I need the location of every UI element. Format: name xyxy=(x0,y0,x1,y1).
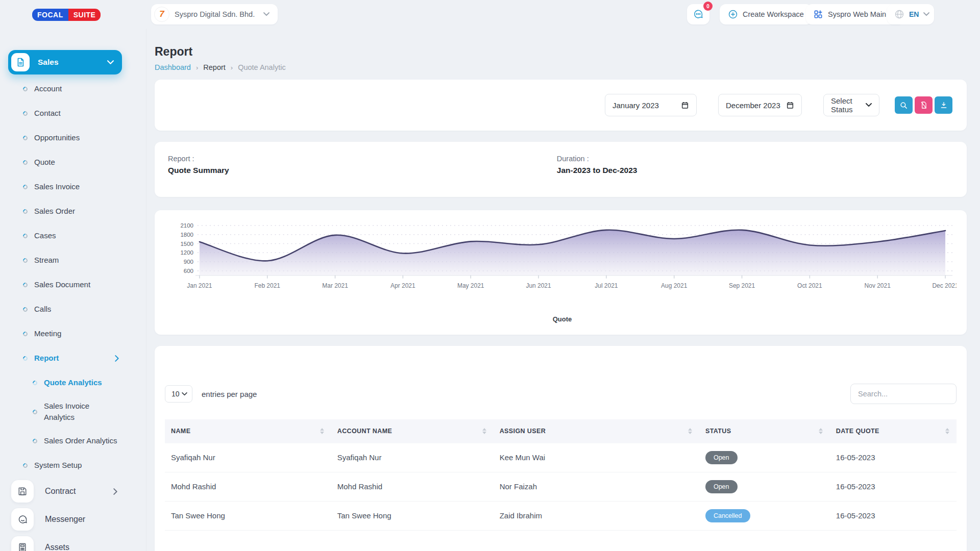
breadcrumb: Dashboard › Report › Quote Analytic xyxy=(155,63,967,71)
sidebar-item-sales-document[interactable]: Sales Document xyxy=(0,272,146,297)
sidebar-item-sales-order[interactable]: Sales Order xyxy=(0,199,146,223)
svg-text:May 2021: May 2021 xyxy=(457,282,484,289)
sidebar-item-cases[interactable]: Cases xyxy=(0,223,146,248)
summary-report-value: Quote Summary xyxy=(168,166,229,175)
sidebar-item-sales-invoice-analytics[interactable]: Sales Invoice Analytics xyxy=(0,395,146,429)
bullet-icon xyxy=(22,282,29,288)
breadcrumb-separator: › xyxy=(196,64,198,71)
chevron-down-icon xyxy=(263,12,270,16)
clear-filter-button[interactable] xyxy=(915,96,933,114)
svg-text:Sep 2021: Sep 2021 xyxy=(729,282,755,289)
cell-name: Tan Swee Hong xyxy=(165,501,331,530)
quote-chart-card: 6009001200150018002100 Jan 2021Feb 2021M… xyxy=(155,210,967,335)
breadcrumb-report[interactable]: Report xyxy=(203,63,226,71)
sort-icon[interactable] xyxy=(320,428,324,434)
sort-icon[interactable] xyxy=(482,428,486,434)
sort-icon[interactable] xyxy=(819,428,823,434)
quotes-table: NAME ACCOUNT NAME ASSIGN USER STATUS DAT… xyxy=(165,419,957,531)
sidebar-item-system-setup[interactable]: System Setup xyxy=(0,453,146,478)
search-icon xyxy=(899,101,908,110)
download-button[interactable] xyxy=(935,96,952,114)
svg-text:1200: 1200 xyxy=(180,249,193,256)
svg-text:Mar 2021: Mar 2021 xyxy=(322,282,348,289)
messenger-icon xyxy=(11,508,34,531)
cell-name: Syafiqah Nur xyxy=(165,443,331,472)
sidebar-item-account[interactable]: Account xyxy=(0,77,146,101)
cell-date-quote: 16-05-2023 xyxy=(830,501,957,530)
chart-series-label: Quote xyxy=(168,315,957,323)
bullet-icon xyxy=(22,135,29,141)
cell-name: Mohd Rashid xyxy=(165,472,331,501)
summary-report-label: Report : xyxy=(168,155,229,163)
svg-text:Apr 2021: Apr 2021 xyxy=(390,282,415,289)
download-icon xyxy=(940,101,948,109)
entries-per-page-label: entries per page xyxy=(202,390,257,398)
sidebar-item-stream[interactable]: Stream xyxy=(0,248,146,272)
sidebar-section-sales[interactable]: Sales xyxy=(8,50,122,74)
table-row[interactable]: Tan Swee Hong Tan Swee Hong Zaid Ibrahim… xyxy=(165,501,957,530)
cell-assign-user: Nor Faizah xyxy=(494,472,699,501)
sidebar-item-calls[interactable]: Calls xyxy=(0,297,146,321)
create-workspace-label: Create Workspace xyxy=(743,10,804,18)
cell-account: Tan Swee Hong xyxy=(331,501,494,530)
column-header-account-name[interactable]: ACCOUNT NAME xyxy=(331,419,494,443)
date-to-input[interactable]: December 2023 xyxy=(718,94,802,116)
sidebar-item-contact[interactable]: Contact xyxy=(0,101,146,126)
svg-text:Oct 2021: Oct 2021 xyxy=(797,282,822,289)
bullet-icon xyxy=(22,462,29,469)
sidebar-item-report[interactable]: Report xyxy=(0,346,146,370)
sidebar: Sales Account Contact Opportunities Quot… xyxy=(0,29,146,551)
summary-duration-value: Jan-2023 to Dec-2023 xyxy=(557,166,953,175)
create-workspace-button[interactable]: Create Workspace xyxy=(720,4,812,24)
language-selector[interactable]: EN xyxy=(887,4,934,24)
sidebar-section-messenger[interactable]: Messenger xyxy=(0,507,146,532)
table-row[interactable]: Mohd Rashid Mohd Rashid Nor Faizah Open … xyxy=(165,472,957,501)
bullet-icon xyxy=(22,233,29,239)
summary-duration-label: Duration : xyxy=(557,155,953,163)
globe-icon xyxy=(894,9,904,19)
quotes-table-card: 10 entries per page NAME ACCOUNT NAME AS… xyxy=(155,346,967,551)
table-controls: 10 entries per page xyxy=(165,384,957,404)
messages-button[interactable]: 0 xyxy=(687,4,709,24)
sidebar-item-sales-order-analytics[interactable]: Sales Order Analytics xyxy=(0,429,146,453)
quote-area-chart: 6009001200150018002100 Jan 2021Feb 2021M… xyxy=(168,210,957,310)
status-badge: Open xyxy=(705,480,738,493)
status-badge: Cancelled xyxy=(705,509,750,522)
svg-text:Feb 2021: Feb 2021 xyxy=(254,282,280,289)
table-search-input[interactable] xyxy=(850,384,957,404)
bullet-icon xyxy=(32,438,38,444)
breadcrumb-dashboard[interactable]: Dashboard xyxy=(155,63,191,71)
svg-text:Aug 2021: Aug 2021 xyxy=(661,282,688,289)
sidebar-item-quote[interactable]: Quote xyxy=(0,150,146,174)
grid-plus-icon xyxy=(813,9,823,19)
column-header-name[interactable]: NAME xyxy=(165,419,331,443)
calculator-icon xyxy=(11,536,34,551)
sidebar-item-quote-analytics[interactable]: Quote Analytics xyxy=(0,370,146,395)
status-select[interactable]: Select Status xyxy=(823,94,879,116)
sidebar-item-meeting[interactable]: Meeting xyxy=(0,321,146,346)
date-from-input[interactable]: January 2023 xyxy=(605,94,697,116)
workspace-selector[interactable]: 7 Syspro Digital Sdn. Bhd. xyxy=(151,4,278,24)
sidebar-section-assets[interactable]: Assets xyxy=(0,535,146,551)
search-button[interactable] xyxy=(895,96,913,114)
column-header-assign-user[interactable]: ASSIGN USER xyxy=(494,419,699,443)
sort-icon[interactable] xyxy=(688,428,692,434)
breadcrumb-separator: › xyxy=(231,64,233,71)
active-workspace-name: Syspro Web Main xyxy=(828,10,886,18)
chevron-down-icon xyxy=(866,103,872,107)
page-size-select[interactable]: 10 xyxy=(165,385,192,403)
column-header-date-quote[interactable]: DATE QUOTE xyxy=(830,419,957,443)
sidebar-menu: Account Contact Opportunities Quote Sale… xyxy=(0,77,146,478)
sidebar-item-sales-invoice[interactable]: Sales Invoice xyxy=(0,174,146,199)
app-page: FOCAL SUITE 7 Syspro Digital Sdn. Bhd. 0 xyxy=(0,0,980,551)
sort-icon[interactable] xyxy=(945,428,949,434)
sidebar-section-contract[interactable]: Contract xyxy=(0,479,146,504)
sidebar-item-opportunities[interactable]: Opportunities xyxy=(0,126,146,150)
brand-logo-secondary: SUITE xyxy=(68,9,101,21)
table-header-row: NAME ACCOUNT NAME ASSIGN USER STATUS DAT… xyxy=(165,419,957,443)
cell-assign-user: Kee Mun Wai xyxy=(494,443,699,472)
status-badge: Open xyxy=(705,451,738,464)
svg-text:Jan 2021: Jan 2021 xyxy=(187,282,212,289)
table-row[interactable]: Syafiqah Nur Syafiqah Nur Kee Mun Wai Op… xyxy=(165,443,957,472)
column-header-status[interactable]: STATUS xyxy=(699,419,830,443)
